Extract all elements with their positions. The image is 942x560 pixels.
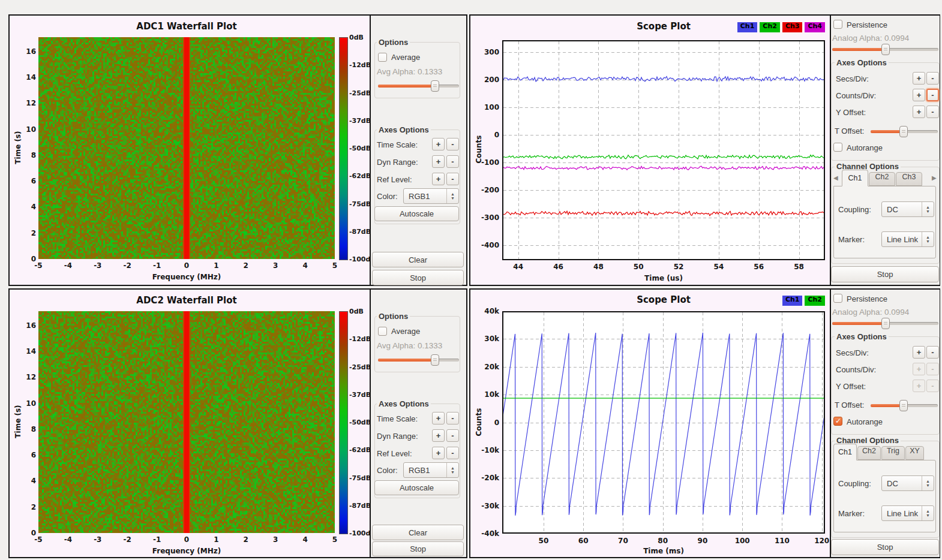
- colorbar-label: -25dB: [349, 89, 371, 97]
- spinner-arrows-icon[interactable]: ▲▼: [446, 189, 458, 203]
- avg-alpha-slider[interactable]: [378, 359, 459, 362]
- tab-ch2[interactable]: Ch2: [869, 172, 895, 186]
- marker-select[interactable]: Line Link ▲▼: [881, 231, 934, 247]
- ref-level-plus-button[interactable]: +: [432, 173, 445, 185]
- tab-scroll-left-icon[interactable]: ◀: [833, 174, 838, 181]
- analog-alpha-slider[interactable]: [832, 48, 938, 51]
- slider-handle[interactable]: [881, 318, 890, 329]
- time-scale-label: Time Scale:: [377, 414, 418, 423]
- stop-button[interactable]: Stop: [372, 541, 464, 556]
- clear-button[interactable]: Clear: [372, 525, 464, 540]
- stop-button[interactable]: Stop: [831, 539, 939, 555]
- tab-scroll-right-icon[interactable]: ▶: [932, 174, 937, 181]
- secs-div-plus-button[interactable]: +: [913, 72, 925, 85]
- autoscale-button[interactable]: Autoscale: [374, 206, 459, 221]
- x-tick-label: 1: [214, 535, 218, 544]
- slider-handle[interactable]: [899, 126, 908, 137]
- counts-div-minus-button[interactable]: -: [926, 89, 939, 101]
- marker-select[interactable]: Line Link ▲▼: [881, 505, 934, 521]
- spinner-arrows-icon[interactable]: ▲▼: [446, 463, 458, 477]
- y-axis-label: Counts: [475, 392, 483, 452]
- x-tick-label: 120: [814, 537, 829, 545]
- y-tick-label: -300: [481, 213, 499, 222]
- average-label: Average: [391, 53, 420, 62]
- counts-div-plus-button[interactable]: +: [913, 363, 925, 375]
- analog-alpha-label: Analog Alpha: 0.0994: [832, 308, 909, 317]
- coupling-select[interactable]: DC ▲▼: [881, 201, 934, 217]
- ref-level-minus-button[interactable]: -: [446, 447, 459, 459]
- clear-button[interactable]: Clear: [372, 252, 464, 267]
- time-scale-minus-button[interactable]: -: [446, 412, 459, 424]
- slider-handle[interactable]: [431, 80, 439, 92]
- y-tick-label: 2: [31, 503, 36, 511]
- analog-alpha-slider[interactable]: [832, 322, 938, 325]
- avg-alpha-label: Avg Alpha: 0.1333: [377, 341, 442, 350]
- time-scale-plus-button[interactable]: +: [432, 138, 445, 150]
- dyn-range-minus-button[interactable]: -: [446, 429, 459, 442]
- y-offset-plus-button[interactable]: +: [913, 106, 925, 118]
- time-scale-plus-button[interactable]: +: [432, 412, 445, 424]
- counts-div-plus-button[interactable]: +: [913, 89, 925, 101]
- colormap-select[interactable]: RGB1 ▲▼: [403, 188, 459, 204]
- y-axis-label: Counts: [475, 119, 483, 179]
- t-offset-slider[interactable]: [871, 404, 938, 407]
- y-tick-label: 6: [31, 451, 36, 459]
- autorange-label: Autorange: [847, 143, 883, 152]
- colormap-value: RGB1: [404, 463, 446, 477]
- tab-ch1[interactable]: Ch1: [833, 444, 857, 460]
- slider-handle[interactable]: [899, 400, 908, 411]
- counts-div-minus-button[interactable]: -: [926, 363, 939, 375]
- autorange-checkbox[interactable]: [833, 143, 842, 152]
- scope-plot-canvas[interactable]: [502, 311, 825, 534]
- avg-alpha-slider[interactable]: [378, 85, 459, 88]
- autoscale-button[interactable]: Autoscale: [374, 480, 459, 495]
- t-offset-slider[interactable]: [871, 130, 938, 133]
- average-checkbox[interactable]: [378, 53, 387, 62]
- x-tick-label: 50: [539, 537, 549, 545]
- scope-plot-canvas[interactable]: [502, 40, 825, 260]
- scope2-control-panel: Persistence Analog Alpha: 0.0994 Axes Op…: [831, 290, 940, 557]
- dyn-range-plus-button[interactable]: +: [432, 155, 445, 168]
- slider-handle[interactable]: [881, 44, 890, 55]
- spinner-arrows-icon[interactable]: ▲▼: [922, 506, 934, 520]
- x-tick-label: -4: [64, 535, 72, 544]
- persistence-checkbox[interactable]: [833, 20, 842, 29]
- secs-div-minus-button[interactable]: -: [926, 346, 939, 359]
- ref-level-label: Ref Level:: [377, 175, 412, 184]
- tab-ch3[interactable]: Ch3: [896, 172, 922, 186]
- ref-level-plus-button[interactable]: +: [432, 447, 445, 459]
- x-tick-label: 80: [658, 537, 668, 545]
- time-scale-minus-button[interactable]: -: [446, 138, 459, 150]
- autorange-checkbox[interactable]: [833, 417, 842, 426]
- spinner-arrows-icon[interactable]: ▲▼: [922, 202, 934, 216]
- persistence-checkbox[interactable]: [833, 294, 842, 303]
- slider-handle[interactable]: [431, 354, 439, 366]
- adc2-waterfall-panel: ADC2 Waterfall Plot Time (s) Frequency (…: [8, 288, 467, 558]
- x-axis-label: Time (ms): [502, 547, 825, 555]
- tab-xy[interactable]: XY: [905, 446, 924, 460]
- spinner-arrows-icon[interactable]: ▲▼: [922, 232, 934, 246]
- dyn-range-plus-button[interactable]: +: [432, 429, 445, 442]
- waterfall-heatmap-canvas[interactable]: [38, 311, 335, 533]
- tab-ch2[interactable]: Ch2: [857, 446, 881, 460]
- stop-button[interactable]: Stop: [372, 270, 464, 285]
- stop-button[interactable]: Stop: [831, 266, 939, 282]
- waterfall-heatmap-canvas[interactable]: [38, 37, 335, 259]
- y-offset-minus-button[interactable]: -: [926, 106, 939, 118]
- x-tick-label: 3: [273, 535, 278, 544]
- colormap-select[interactable]: RGB1 ▲▼: [403, 462, 459, 478]
- legend-chip-ch2: Ch2: [760, 22, 780, 32]
- secs-div-minus-button[interactable]: -: [926, 72, 939, 85]
- y-offset-plus-button[interactable]: +: [913, 380, 925, 392]
- secs-div-plus-button[interactable]: +: [913, 346, 925, 359]
- secs-div-label: Secs/Div:: [836, 348, 869, 357]
- spinner-arrows-icon[interactable]: ▲▼: [922, 476, 934, 490]
- ref-level-minus-button[interactable]: -: [446, 173, 459, 185]
- tab-trig[interactable]: Trig: [881, 446, 905, 460]
- y-offset-minus-button[interactable]: -: [926, 380, 939, 392]
- tab-ch1[interactable]: Ch1: [842, 170, 868, 186]
- y-axis-label: Time (s): [14, 118, 22, 177]
- coupling-select[interactable]: DC ▲▼: [881, 475, 934, 491]
- average-checkbox[interactable]: [378, 327, 387, 336]
- dyn-range-minus-button[interactable]: -: [446, 155, 459, 168]
